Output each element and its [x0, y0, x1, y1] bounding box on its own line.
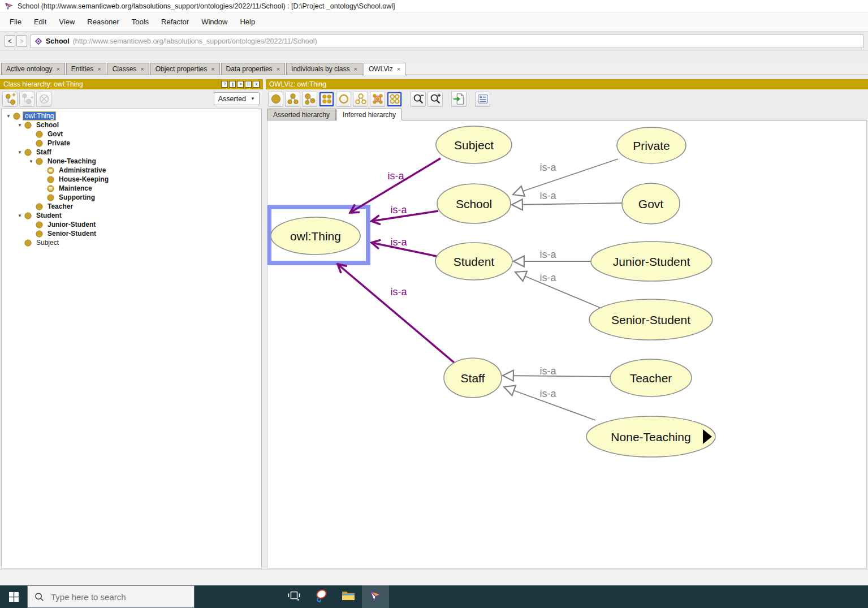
tree-up-icon: [303, 92, 317, 106]
expand-arrow-icon[interactable]: ▼: [16, 213, 23, 218]
hide-subclasses-button[interactable]: [353, 92, 368, 107]
panel-float-icon[interactable]: □: [245, 81, 252, 88]
tree-item-teacher[interactable]: Teacher: [2, 202, 261, 211]
tree-item-label: Supporting: [57, 193, 97, 201]
hide-class-button[interactable]: [336, 92, 351, 107]
hierarchy-view-dropdown[interactable]: Asserted ▼: [214, 92, 260, 105]
graph-node-govt[interactable]: Govt: [622, 183, 680, 224]
panel-help-icon[interactable]: ?: [221, 81, 228, 88]
tab-classes[interactable]: Classes×: [107, 63, 149, 75]
node-label: School: [456, 197, 492, 210]
tab-close-icon[interactable]: ×: [211, 66, 214, 72]
show-class-button[interactable]: [268, 92, 283, 107]
menu-help[interactable]: Help: [234, 18, 261, 26]
taskbar-search-box[interactable]: [27, 585, 195, 608]
node-hollow-icon: [337, 92, 351, 106]
file-explorer-button[interactable]: [335, 585, 362, 608]
zoom-out-button[interactable]: [411, 92, 426, 107]
menu-tools[interactable]: Tools: [126, 18, 155, 26]
tab-entities[interactable]: Entities×: [66, 63, 106, 75]
graph-node-school[interactable]: School: [437, 184, 511, 223]
graph-node-senior-student[interactable]: Senior-Student: [589, 299, 712, 340]
tree-item-student[interactable]: ▼Student: [2, 211, 261, 220]
tab-close-icon[interactable]: ×: [97, 66, 101, 72]
tree-down-icon: [286, 92, 300, 106]
tree-item-private[interactable]: Private: [2, 139, 261, 148]
expand-arrow-icon[interactable]: ▼: [16, 150, 23, 155]
tree-item-school[interactable]: ▼School: [2, 120, 261, 130]
task-view-button[interactable]: [280, 585, 308, 608]
show-subclasses-button[interactable]: [285, 92, 300, 107]
tree-item-label: Administrative: [57, 166, 107, 174]
graph-node-private[interactable]: Private: [617, 127, 686, 163]
hide-all-classes-button[interactable]: [387, 92, 402, 107]
tab-close-icon[interactable]: ×: [397, 66, 400, 72]
expand-arrow-icon[interactable]: ▼: [28, 159, 34, 164]
class-icon: [47, 176, 54, 183]
panel-split-vertically-icon[interactable]: ||: [229, 81, 236, 88]
expand-arrow-icon[interactable]: ▼: [5, 114, 12, 119]
export-button[interactable]: [451, 92, 467, 107]
tab-owlviz[interactable]: OWLViz×: [364, 63, 405, 75]
back-button[interactable]: <: [5, 35, 15, 47]
menu-file[interactable]: File: [3, 18, 28, 26]
class-equivalent-icon: [47, 185, 54, 192]
menu-window[interactable]: Window: [195, 18, 234, 26]
tree-item-staff[interactable]: ▼Staff: [2, 148, 261, 157]
tree-item-house-keeping[interactable]: House-Keeping: [2, 175, 261, 184]
subtab-inferred-hierarchy[interactable]: Inferred hierarchy: [336, 109, 402, 120]
tree-item-subject[interactable]: Subject: [2, 238, 261, 247]
tree-item-govt[interactable]: Govt: [2, 130, 261, 139]
round-app-button[interactable]: [308, 585, 335, 608]
graph-node-owl-thing[interactable]: owl:Thing: [271, 217, 360, 255]
tab-close-icon[interactable]: ×: [56, 66, 59, 72]
owlviz-canvas[interactable]: is-ais-ais-ais-ais-ais-ais-ais-ais-ais-a…: [267, 120, 867, 568]
forward-button[interactable]: >: [16, 35, 27, 47]
show-superclasses-button[interactable]: [302, 92, 317, 107]
tab-close-icon[interactable]: ×: [140, 66, 144, 72]
add-subclass-button[interactable]: [2, 92, 18, 107]
panel-close-icon[interactable]: x: [253, 81, 260, 88]
hide-class-descendants-button[interactable]: [370, 92, 385, 107]
tree-item-owl-thing[interactable]: ▼owl:Thing: [2, 111, 261, 120]
isa-edge: [503, 376, 610, 377]
tree-item-senior-student[interactable]: Senior-Student: [2, 229, 261, 238]
tree-item-maintence[interactable]: Maintence: [2, 184, 261, 193]
show-all-classes-button[interactable]: [319, 92, 334, 107]
tree-item-none-teaching[interactable]: ▼None-Teaching: [2, 157, 261, 166]
isa-edge: [338, 264, 454, 363]
options-button[interactable]: [475, 92, 490, 107]
menu-view[interactable]: View: [53, 18, 81, 26]
search-input[interactable]: [50, 592, 187, 602]
start-button[interactable]: [0, 585, 27, 608]
protege-taskbar-button[interactable]: [362, 585, 389, 608]
graph-node-none-teaching[interactable]: None-Teaching: [586, 416, 715, 457]
subtab-asserted-hierarchy[interactable]: Asserted hierarchy: [267, 109, 336, 120]
graph-node-student[interactable]: Student: [435, 243, 512, 280]
tab-data-properties[interactable]: Data properties×: [221, 63, 285, 75]
tree-item-label: Private: [46, 139, 72, 147]
add-sibling-class-button[interactable]: [19, 92, 34, 107]
tab-active-ontology[interactable]: Active ontology×: [1, 63, 65, 75]
delete-class-button[interactable]: [36, 92, 51, 107]
graph-node-subject[interactable]: Subject: [436, 126, 512, 163]
tree-item-supporting[interactable]: Supporting: [2, 193, 261, 202]
expand-arrow-icon[interactable]: ▼: [16, 123, 23, 128]
graph-node-junior-student[interactable]: Junior-Student: [591, 242, 712, 281]
tree-item-label: None-Teaching: [46, 157, 98, 165]
tab-individuals-by-class[interactable]: Individuals by class×: [286, 63, 362, 75]
hide-marked-icon: [371, 92, 385, 106]
tab-close-icon[interactable]: ×: [277, 66, 280, 72]
menu-refactor[interactable]: Refactor: [155, 18, 195, 26]
graph-node-teacher[interactable]: Teacher: [610, 359, 692, 396]
tree-item-junior-student[interactable]: Junior-Student: [2, 220, 261, 229]
tree-item-administrative[interactable]: Administrative: [2, 166, 261, 175]
ontology-address-field[interactable]: School (http://www.semanticweb.org/labso…: [31, 35, 863, 48]
panel-split-horizontally-icon[interactable]: =: [237, 81, 244, 88]
zoom-in-button[interactable]: [427, 92, 443, 107]
tab-object-properties[interactable]: Object properties×: [150, 63, 220, 75]
menu-reasoner[interactable]: Reasoner: [81, 18, 125, 26]
graph-node-staff[interactable]: Staff: [444, 358, 502, 398]
tab-close-icon[interactable]: ×: [353, 66, 357, 72]
menu-edit[interactable]: Edit: [28, 18, 53, 26]
